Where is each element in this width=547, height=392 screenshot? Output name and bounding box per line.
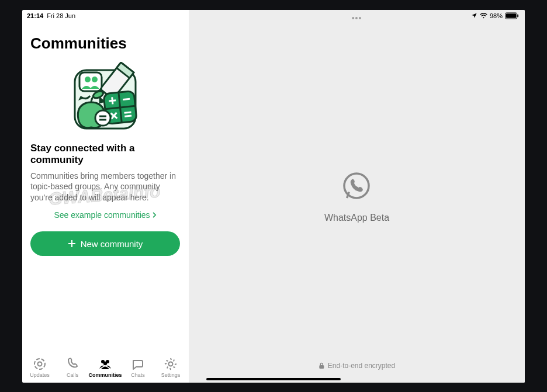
- svg-point-26: [38, 362, 42, 366]
- app-name-label: WhatsApp Beta: [324, 213, 389, 223]
- empty-detail-area: WhatsApp Beta: [324, 10, 389, 383]
- status-date: Fri 28 Jun: [47, 12, 75, 19]
- svg-line-18: [124, 116, 131, 116]
- tab-chats[interactable]: Chats: [122, 357, 154, 378]
- svg-point-29: [103, 361, 107, 365]
- svg-line-17: [124, 112, 131, 113]
- new-community-button[interactable]: New community: [30, 231, 180, 256]
- tab-updates-label: Updates: [30, 372, 50, 378]
- tab-calls[interactable]: Calls: [57, 357, 88, 378]
- status-bar-left: 21:14 Fri 28 Jun: [22, 10, 188, 19]
- plus-icon: [68, 240, 76, 248]
- location-icon: [471, 12, 477, 19]
- new-community-label: New community: [81, 239, 143, 249]
- chevron-right-icon: [153, 212, 157, 218]
- svg-point-7: [92, 77, 98, 82]
- empty-state-description: Communities bring members together in to…: [22, 171, 188, 211]
- svg-line-13: [112, 97, 113, 104]
- wifi-icon: [480, 13, 487, 19]
- calls-icon: [65, 357, 79, 371]
- tab-calls-label: Calls: [67, 372, 78, 378]
- settings-icon: [164, 357, 178, 371]
- chats-icon: [131, 357, 145, 371]
- svg-rect-36: [319, 365, 324, 369]
- see-example-communities-label: See example communities: [54, 210, 150, 220]
- battery-icon: [505, 12, 519, 19]
- communities-icon: [98, 357, 112, 371]
- svg-point-25: [34, 359, 45, 369]
- tab-communities-label: Communities: [89, 372, 122, 378]
- device-frame: 21:14 Fri 28 Jun Communities: [22, 10, 525, 383]
- tab-settings[interactable]: Settings: [155, 357, 186, 378]
- tab-settings-label: Settings: [161, 372, 181, 378]
- svg-line-14: [123, 99, 130, 99]
- page-title: Communities: [22, 19, 188, 58]
- lock-icon: [318, 362, 324, 369]
- encryption-notice: End-to-end encrypted: [318, 362, 395, 370]
- svg-rect-34: [517, 14, 518, 17]
- svg-point-6: [85, 77, 91, 82]
- status-bar-right: 98%: [471, 12, 519, 19]
- svg-point-20: [95, 110, 110, 126]
- svg-rect-33: [506, 13, 517, 18]
- home-indicator[interactable]: [206, 378, 341, 380]
- updates-icon: [33, 357, 47, 371]
- communities-illustration: [22, 58, 188, 143]
- svg-point-31: [483, 17, 484, 18]
- tab-bar: Updates Calls Communities: [22, 353, 188, 383]
- encryption-label: End-to-end encrypted: [328, 362, 395, 370]
- tab-chats-label: Chats: [131, 372, 145, 378]
- see-example-communities-link[interactable]: See example communities: [22, 210, 188, 220]
- whatsapp-logo-icon: [340, 169, 373, 202]
- tab-communities[interactable]: Communities: [89, 357, 121, 378]
- more-menu-button[interactable]: •••: [352, 13, 362, 23]
- detail-panel: ••• 98% WhatsApp Beta: [189, 10, 525, 383]
- tab-updates[interactable]: Updates: [24, 357, 56, 378]
- empty-state-subtitle: Stay connected with a community: [22, 143, 188, 171]
- sidebar-panel: 21:14 Fri 28 Jun Communities: [22, 10, 189, 383]
- status-time: 21:14: [27, 12, 43, 19]
- battery-percent: 98%: [490, 12, 503, 19]
- svg-point-30: [169, 362, 173, 366]
